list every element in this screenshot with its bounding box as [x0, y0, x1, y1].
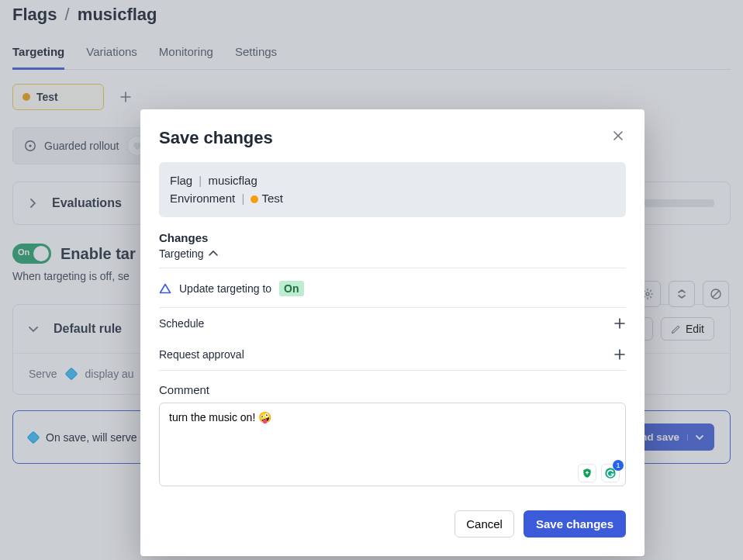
- shield-plus-icon: [582, 468, 593, 479]
- targeting-new-value: On: [279, 281, 303, 296]
- environment-dot-icon: [251, 195, 258, 203]
- textarea-extensions: 1: [578, 464, 620, 482]
- dialog-footer: Cancel Save changes: [159, 510, 626, 538]
- comment-textarea[interactable]: [159, 403, 626, 486]
- extension-icon-1[interactable]: [578, 464, 596, 482]
- schedule-label: Schedule: [159, 317, 204, 330]
- grammarly-badge: 1: [613, 460, 624, 471]
- request-approval-row: Request approval: [159, 339, 626, 370]
- close-icon: [612, 130, 624, 142]
- changes-heading: Changes: [159, 231, 626, 244]
- context-box: Flag | musicflag Environment | Test: [159, 162, 626, 217]
- save-changes-dialog: Save changes Flag | musicflag Environmen…: [140, 109, 645, 556]
- dialog-title: Save changes: [159, 128, 273, 148]
- context-env-name: Test: [261, 192, 283, 205]
- comment-label: Comment: [159, 383, 626, 396]
- add-approval-button[interactable]: [613, 348, 626, 361]
- close-dialog-button[interactable]: [610, 128, 626, 143]
- context-env-label: Environment: [170, 192, 235, 205]
- context-divider: |: [199, 174, 202, 187]
- targeting-change-row: Update targeting to On: [159, 268, 626, 308]
- change-description: Update targeting to: [179, 282, 271, 295]
- schedule-approval-block: Schedule Request approval: [159, 308, 626, 371]
- targeting-section-toggle[interactable]: Targeting: [159, 247, 626, 268]
- schedule-row: Schedule: [159, 308, 626, 339]
- cancel-button[interactable]: Cancel: [454, 510, 514, 538]
- context-flag-name: musicflag: [208, 174, 257, 187]
- grammarly-icon[interactable]: 1: [601, 464, 620, 482]
- chevron-up-icon: [209, 250, 218, 258]
- request-approval-label: Request approval: [159, 348, 244, 361]
- plus-icon: [613, 317, 626, 330]
- context-divider: |: [241, 192, 244, 205]
- context-flag-label: Flag: [170, 174, 192, 187]
- triangle-outline-icon: [159, 283, 171, 294]
- targeting-section-label: Targeting: [159, 247, 204, 260]
- plus-icon: [613, 348, 626, 361]
- comment-field-wrapper: 1: [159, 403, 626, 489]
- add-schedule-button[interactable]: [613, 317, 626, 330]
- save-changes-button[interactable]: Save changes: [524, 510, 626, 538]
